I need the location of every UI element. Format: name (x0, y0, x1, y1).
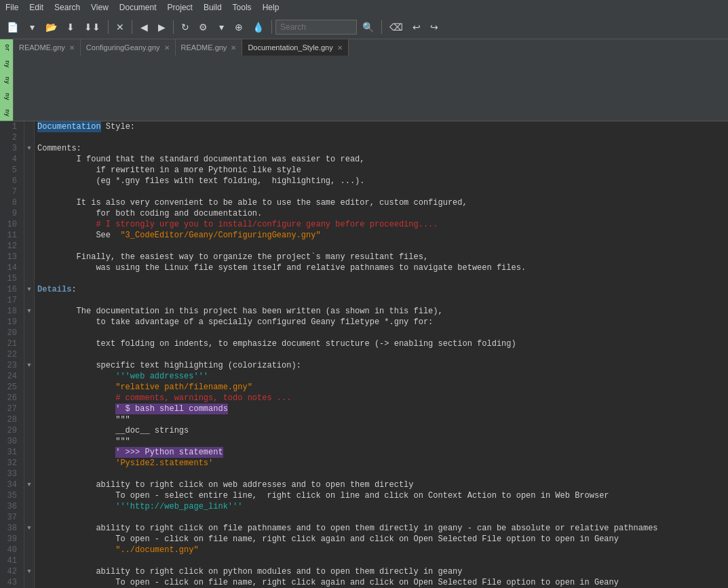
code-segment: '''web addresses''' (37, 371, 208, 382)
menu-view[interactable]: View (85, 1, 114, 14)
open-button[interactable]: 📂 (41, 18, 61, 36)
tab-close-readme2[interactable]: ✕ (231, 44, 236, 52)
line-number: 26 (0, 393, 20, 404)
fold-marker (24, 458, 34, 469)
fold-marker[interactable]: ▼ (24, 523, 34, 534)
menu-document[interactable]: Document (114, 1, 162, 14)
line-number: 2 (0, 132, 20, 143)
color-button[interactable]: 💧 (248, 18, 268, 36)
line-number: 34 (0, 479, 20, 490)
fold-marker[interactable]: ▼ (24, 566, 34, 577)
line-number: 17 (0, 295, 20, 306)
fold-marker[interactable]: ▼ (24, 360, 34, 371)
code-segment: I found that the standard documentation … (37, 154, 364, 165)
search-input[interactable] (275, 20, 357, 35)
code-segment: """ (37, 414, 130, 425)
left-tab-4[interactable]: ny (0, 104, 13, 121)
fold-marker (24, 469, 34, 479)
save-button[interactable]: ⬇ (62, 18, 79, 36)
code-line: ability to right click on file pathnames… (37, 523, 728, 534)
tab-close-configuring[interactable]: ✕ (164, 44, 170, 52)
fold-marker (24, 317, 34, 328)
code-line: to take advantage of a specially configu… (37, 317, 728, 328)
tab-close-docstyle[interactable]: ✕ (337, 44, 343, 52)
code-line (37, 241, 728, 252)
line-number: 28 (0, 414, 20, 425)
close-button[interactable]: ✕ (112, 18, 128, 36)
fold-marker[interactable]: ▼ (24, 143, 34, 154)
tab-label: ConfiguringGeany.gny (86, 43, 160, 52)
left-tab-2[interactable]: ny (0, 72, 13, 88)
fold-marker (24, 555, 34, 566)
refresh-button[interactable]: ↻ (177, 18, 193, 36)
code-segment: ability to right click on python modules… (37, 566, 463, 577)
code-segment (37, 404, 115, 414)
settings-dropdown-button[interactable]: ▾ (213, 18, 229, 36)
fold-marker (24, 295, 34, 306)
fold-marker (24, 447, 34, 458)
tab-close-readme1[interactable]: ✕ (69, 44, 75, 52)
tab-documentation-style[interactable]: Documentation_Style.gny ✕ (242, 39, 348, 56)
fold-marker (24, 404, 34, 414)
line-number: 32 (0, 458, 20, 469)
code-line: 'Pyside2.statements' (37, 458, 728, 469)
clear-search-button[interactable]: ⌫ (385, 18, 407, 36)
fold-marker[interactable]: ▼ (24, 479, 34, 490)
save-all-button[interactable]: ⬇⬇ (80, 18, 104, 36)
left-tab-1[interactable]: ny (0, 56, 13, 72)
menu-build[interactable]: Build (198, 1, 227, 14)
code-line: '''http://web_page_link''' (37, 501, 728, 512)
tab-readme2[interactable]: README.gny ✕ (176, 39, 243, 56)
code-line: text folding on indents, to emphasize do… (37, 338, 728, 349)
line-number: 16 (0, 284, 20, 295)
prev-result-button[interactable]: ↩ (408, 18, 425, 36)
line-number: 42 (0, 566, 20, 577)
code-segment: text folding on indents, to emphasize do… (37, 338, 516, 349)
menu-project[interactable]: Project (162, 1, 198, 14)
fold-marker (24, 512, 34, 523)
line-number: 33 (0, 469, 20, 479)
new-button[interactable]: 📄 (3, 18, 22, 36)
settings-button[interactable]: ⚙ (195, 18, 212, 36)
sep4 (271, 20, 272, 34)
code-segment: if rewritten in a more Pythonic like sty… (37, 165, 301, 176)
tab-readme1[interactable]: README.gny ✕ (14, 39, 81, 56)
fold-marker[interactable]: ▼ (24, 306, 34, 317)
open-dropdown-button[interactable]: ▾ (24, 18, 40, 36)
code-segment: "relative path/filename.gny" (37, 382, 252, 393)
code-line: "../document.gny" (37, 545, 728, 555)
search-button[interactable]: 🔍 (358, 18, 378, 36)
code-line (37, 328, 728, 338)
fold-marker (24, 338, 34, 349)
tabs-bar: or ny ny ny ny README.gny ✕ ConfiguringG… (0, 39, 728, 121)
code-line: # comments, warnings, todo notes ... (37, 393, 728, 404)
sep1 (108, 20, 109, 34)
code-segment: was using the Linux file system itself a… (37, 262, 526, 273)
next-result-button[interactable]: ↪ (426, 18, 442, 36)
line-number: 43 (0, 577, 20, 588)
line-number: 11 (0, 230, 20, 241)
menu-edit[interactable]: Edit (24, 1, 49, 14)
nav-forward-button[interactable]: ▶ (153, 18, 170, 36)
code-line (37, 512, 728, 523)
line-number: 29 (0, 425, 20, 436)
menu-help[interactable]: Help (257, 1, 285, 14)
nav-back-button[interactable]: ◀ (136, 18, 152, 36)
tab-label: README.gny (19, 43, 65, 52)
fold-marker[interactable]: ▼ (24, 284, 34, 295)
tab-configuringgeany[interactable]: ConfiguringGeany.gny ✕ (81, 39, 176, 56)
menu-file[interactable]: File (0, 1, 24, 14)
menu-bar: File Edit Search View Document Project B… (0, 0, 728, 15)
code-line: To open - click on file name, right clic… (37, 534, 728, 545)
code-segment: Style: (101, 121, 135, 132)
left-tab-3[interactable]: ny (0, 88, 13, 104)
fold-marker (24, 154, 34, 165)
fold-marker (24, 393, 34, 404)
plugin-button[interactable]: ⊕ (231, 18, 247, 36)
menu-tools[interactable]: Tools (227, 1, 257, 14)
line-number: 8 (0, 197, 20, 208)
code-editor[interactable]: Documentation Style: Comments: I found t… (35, 121, 728, 588)
fold-marker (24, 414, 34, 425)
menu-search[interactable]: Search (49, 1, 85, 14)
left-tab-0[interactable]: or (0, 39, 13, 56)
